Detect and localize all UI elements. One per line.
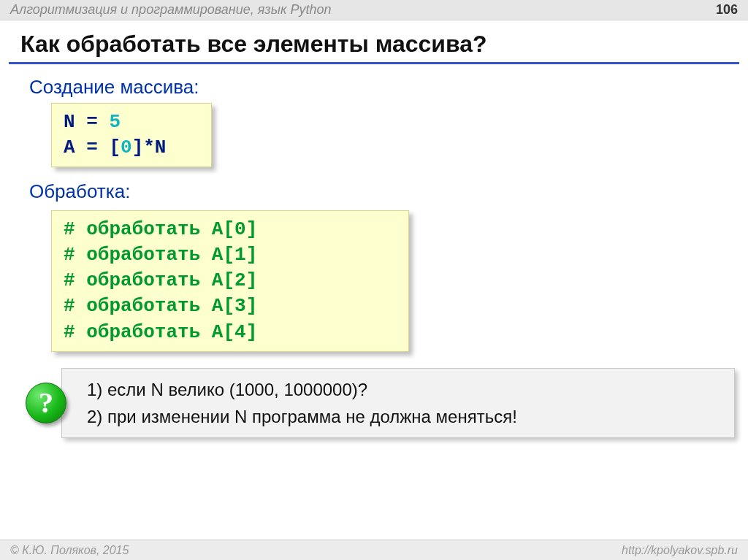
subject-label: Алгоритмизация и программирование, язык … xyxy=(10,2,331,18)
code-token: ]*N xyxy=(132,137,167,158)
code-token: 5 xyxy=(109,111,121,133)
code-token: A xyxy=(64,137,75,158)
code-create-array: N = 5 A = [0]*N xyxy=(51,103,212,167)
code-token: 0 xyxy=(121,137,132,158)
code-token: = [ xyxy=(75,137,121,158)
code-token: N xyxy=(64,111,75,133)
question-line-1: 1) если N велико (1000, 1000000)? xyxy=(87,376,721,403)
section-create-label: Создание массива: xyxy=(0,73,748,103)
page-number: 106 xyxy=(716,2,738,18)
slide-footer: © К.Ю. Поляков, 2015 http://kpolyakov.sp… xyxy=(0,540,748,560)
question-box: 1) если N велико (1000, 1000000)? 2) при… xyxy=(61,368,735,438)
slide-header: Алгоритмизация и программирование, язык … xyxy=(0,0,748,20)
section-process-label: Обработка: xyxy=(0,177,748,207)
title-underline xyxy=(9,62,739,64)
code-comment: # обработать A[0] xyxy=(64,217,397,242)
code-comment: # обработать A[3] xyxy=(64,294,397,319)
code-comment: # обработать A[4] xyxy=(64,320,397,345)
code-token: = xyxy=(75,111,110,133)
footer-url: http://kpolyakov.spb.ru xyxy=(622,544,738,557)
code-comment: # обработать A[2] xyxy=(64,268,397,294)
question-block: ? 1) если N велико (1000, 1000000)? 2) п… xyxy=(23,368,735,438)
question-mark-icon: ? xyxy=(26,383,66,423)
code-comment: # обработать A[1] xyxy=(64,242,397,268)
question-line-2: 2) при изменении N программа не должна м… xyxy=(87,403,721,430)
footer-copyright: © К.Ю. Поляков, 2015 xyxy=(10,544,129,557)
page-title: Как обработать все элементы массива? xyxy=(0,20,748,62)
code-process-array: # обработать A[0] # обработать A[1] # об… xyxy=(51,210,409,351)
